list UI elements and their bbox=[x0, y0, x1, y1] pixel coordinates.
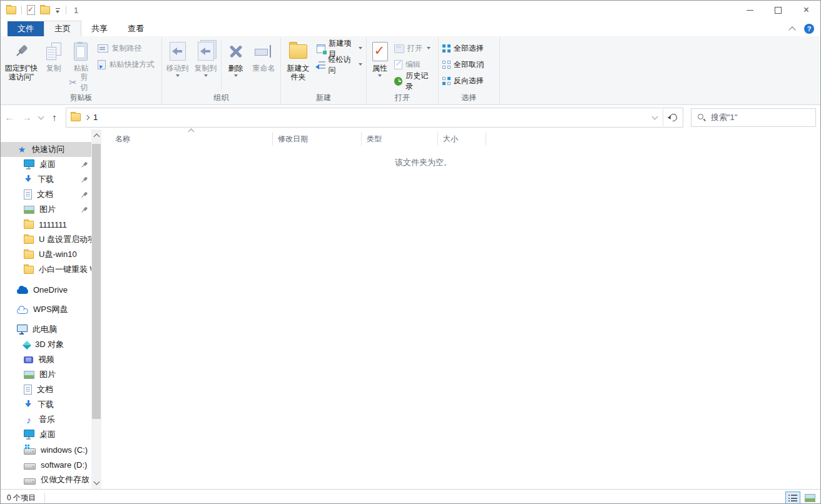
ribbon-group-open: 属性 打开 编辑 历史记录 bbox=[367, 37, 439, 104]
tab-home[interactable]: 主页 bbox=[44, 21, 81, 36]
sidebar-item[interactable]: ★快速访问 bbox=[1, 142, 91, 157]
folder-icon[interactable] bbox=[6, 6, 16, 14]
invert-selection-button[interactable]: 反向选择 bbox=[440, 74, 498, 88]
large-icons-view-button[interactable] bbox=[802, 491, 817, 504]
folder-icon bbox=[24, 251, 34, 259]
breadcrumb-segment[interactable]: 1 bbox=[93, 113, 98, 122]
sidebar-item[interactable]: 文档 bbox=[1, 187, 91, 202]
sidebar-item[interactable]: 下载 bbox=[1, 397, 91, 412]
maximize-button[interactable] bbox=[764, 1, 792, 19]
dropdown-caret-icon bbox=[359, 47, 362, 49]
cut-label: 剪切 bbox=[80, 72, 93, 93]
sidebar-scrollbar[interactable] bbox=[91, 129, 101, 489]
properties-icon[interactable] bbox=[27, 5, 35, 15]
up-icon: ↑ bbox=[52, 112, 57, 123]
sidebar-item[interactable]: 此电脑 bbox=[1, 322, 91, 337]
close-button[interactable]: × bbox=[792, 1, 820, 19]
forward-button[interactable]: → bbox=[18, 105, 36, 129]
sidebar-item[interactable]: windows (C:) bbox=[1, 442, 91, 457]
help-icon[interactable]: ? bbox=[804, 24, 814, 34]
details-view-button[interactable] bbox=[785, 491, 800, 504]
sidebar-item[interactable]: ♪音乐 bbox=[1, 412, 91, 427]
scrollbar-thumb[interactable] bbox=[92, 144, 101, 419]
column-header[interactable]: 类型 bbox=[362, 132, 438, 146]
sidebar-item[interactable]: 图片 bbox=[1, 367, 91, 382]
sidebar-item-label: 视频 bbox=[38, 354, 54, 365]
copy-path-button[interactable]: 复制路径 bbox=[95, 42, 160, 55]
breadcrumb[interactable]: 1 bbox=[66, 113, 646, 122]
copy-button[interactable]: 复制 bbox=[41, 38, 67, 91]
search-box[interactable]: 搜索"1" bbox=[691, 108, 816, 127]
sidebar-item[interactable]: U盘-win10 bbox=[1, 247, 91, 262]
sidebar-item-label: WPS网盘 bbox=[33, 304, 68, 315]
sidebar-item[interactable]: 1111111 bbox=[1, 217, 91, 232]
sidebar-item-label: 文档 bbox=[37, 189, 53, 200]
scroll-up-button[interactable] bbox=[91, 131, 101, 141]
move-to-button[interactable]: 移动到 bbox=[163, 38, 191, 91]
column-header[interactable]: 名称 bbox=[101, 132, 273, 146]
easy-access-button[interactable]: 轻松访问 bbox=[314, 58, 365, 71]
open-button[interactable]: 打开 bbox=[392, 42, 437, 55]
select-none-button[interactable]: 全部取消 bbox=[440, 58, 498, 71]
sidebar-item[interactable]: 桌面 bbox=[1, 157, 91, 172]
history-button[interactable]: 历史记录 bbox=[392, 74, 437, 88]
group-label-open: 打开 bbox=[368, 93, 437, 104]
new-folder-button[interactable]: 新建文件夹 bbox=[282, 38, 314, 91]
tab-view[interactable]: 查看 bbox=[118, 21, 154, 36]
history-label: 历史记录 bbox=[405, 71, 434, 92]
rename-icon bbox=[255, 43, 273, 59]
tab-file[interactable]: 文件 bbox=[8, 21, 44, 36]
pin-to-quick-access-button[interactable]: 固定到"快速访问" bbox=[2, 38, 41, 91]
sidebar-item-label: U 盘设置启动项 bbox=[39, 234, 91, 245]
refresh-button[interactable] bbox=[663, 109, 683, 126]
ribbon-group-new: 新建文件夹 新建项目 轻松访问 新建 bbox=[281, 37, 367, 104]
sidebar-item[interactable]: 仅做文件存放 (E: bbox=[1, 472, 91, 487]
copy-to-icon bbox=[198, 42, 214, 61]
wps-cloud-icon bbox=[17, 308, 28, 314]
sidebar-item[interactable]: U 盘设置启动项 bbox=[1, 232, 91, 247]
large-icons-view-icon bbox=[805, 494, 815, 502]
back-button[interactable]: ← bbox=[1, 105, 18, 129]
sidebar-item-label: 下载 bbox=[38, 399, 54, 410]
video-icon bbox=[24, 356, 33, 363]
address-dropdown-button[interactable] bbox=[646, 109, 663, 126]
column-header[interactable]: 修改日期 bbox=[273, 132, 362, 146]
new-item-button[interactable]: 新建项目 bbox=[314, 42, 365, 55]
sidebar-item-label: 1111111 bbox=[39, 220, 67, 229]
sidebar-item[interactable]: 图片 bbox=[1, 202, 91, 217]
new-folder-icon[interactable] bbox=[40, 6, 50, 14]
easy-access-icon bbox=[319, 61, 325, 69]
up-button[interactable]: ↑ bbox=[46, 105, 63, 129]
sidebar-item[interactable]: 3D 对象 bbox=[1, 337, 91, 352]
rename-button[interactable]: 重命名 bbox=[248, 38, 279, 91]
sidebar-item[interactable]: 桌面 bbox=[1, 427, 91, 442]
sidebar-item[interactable]: 小白一键重装 W bbox=[1, 262, 91, 277]
cut-button[interactable]: ✂ 剪切 bbox=[67, 76, 96, 89]
recent-locations-button[interactable] bbox=[36, 105, 46, 129]
copy-to-button[interactable]: 复制到 bbox=[191, 38, 220, 91]
minimize-button[interactable] bbox=[736, 1, 764, 19]
edit-icon bbox=[394, 60, 402, 69]
sidebar-item[interactable]: WPS网盘 bbox=[1, 302, 91, 317]
sidebar-item[interactable]: OneDrive bbox=[1, 282, 91, 297]
paste-shortcut-button[interactable]: 粘贴快捷方式 bbox=[95, 58, 160, 71]
sidebar-item[interactable]: 视频 bbox=[1, 352, 91, 367]
group-label-select: 选择 bbox=[440, 93, 498, 104]
properties-button[interactable]: 属性 bbox=[368, 38, 392, 91]
customize-toolbar-icon[interactable] bbox=[55, 8, 61, 13]
delete-button[interactable]: 删除 bbox=[223, 38, 248, 91]
sidebar-item[interactable]: 文档 bbox=[1, 382, 91, 397]
this-pc-icon bbox=[17, 325, 28, 332]
scroll-down-button[interactable] bbox=[91, 478, 101, 488]
sidebar-item[interactable]: 下载 bbox=[1, 172, 91, 187]
address-bar[interactable]: 1 bbox=[66, 108, 683, 128]
paste-button[interactable]: 粘贴 bbox=[73, 38, 88, 76]
edit-button[interactable]: 编辑 bbox=[392, 58, 437, 71]
column-header[interactable]: 大小 bbox=[438, 132, 486, 146]
paste-shortcut-label: 粘贴快捷方式 bbox=[109, 59, 154, 70]
sidebar-item[interactable]: software (D:) bbox=[1, 457, 91, 472]
collapse-ribbon-icon[interactable] bbox=[788, 26, 795, 33]
select-all-button[interactable]: 全部选择 bbox=[440, 42, 498, 55]
tab-share[interactable]: 共享 bbox=[81, 21, 118, 36]
sidebar: ★快速访问桌面下载文档图片1111111U 盘设置启动项U盘-win10小白一键… bbox=[1, 129, 91, 489]
